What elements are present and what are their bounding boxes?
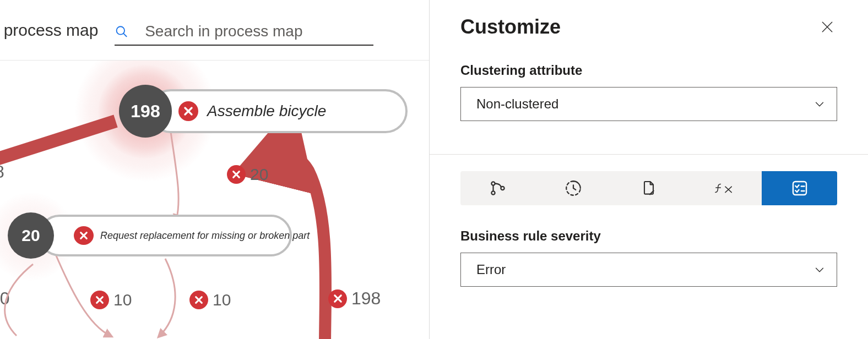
process-map-canvas[interactable]: Assemble bicycle 198 Request replacement… bbox=[0, 61, 429, 339]
edge-error-marker: 20 bbox=[227, 165, 268, 184]
process-node-label: Assemble bicycle bbox=[207, 102, 326, 120]
edge-error-marker: 10 bbox=[90, 291, 132, 309]
process-map-pane: t process map bbox=[0, 0, 430, 339]
severity-label: Business rule severity bbox=[460, 228, 837, 244]
clock-dashed-icon bbox=[564, 179, 583, 198]
clustering-select[interactable]: Non-clustered bbox=[460, 87, 837, 121]
tab-clock[interactable] bbox=[536, 171, 611, 205]
process-node-count: 198 bbox=[119, 85, 172, 138]
svg-point-17 bbox=[492, 191, 495, 194]
severity-select[interactable]: Error bbox=[460, 253, 837, 287]
panel-title: Customize bbox=[460, 15, 561, 39]
clustering-label: Clustering attribute bbox=[460, 63, 837, 78]
close-button[interactable] bbox=[817, 17, 837, 37]
svg-point-16 bbox=[492, 182, 495, 185]
error-icon bbox=[227, 165, 246, 184]
chevron-down-icon bbox=[813, 264, 826, 276]
search-icon bbox=[115, 24, 128, 39]
tab-fx[interactable] bbox=[686, 171, 762, 205]
process-node-count: 20 bbox=[8, 212, 54, 259]
edge-error-marker: 10 bbox=[189, 291, 231, 309]
edge-count: 8 bbox=[0, 162, 4, 182]
edge-count: 10 bbox=[113, 291, 132, 309]
svg-line-1 bbox=[124, 34, 127, 36]
panel-divider bbox=[430, 154, 868, 155]
svg-rect-22 bbox=[793, 182, 806, 195]
error-icon bbox=[178, 101, 198, 121]
clustering-value: Non-clustered bbox=[476, 96, 558, 112]
process-node-label: Request replacement for missing or broke… bbox=[100, 230, 310, 242]
checklist-icon bbox=[790, 179, 809, 198]
search-input[interactable] bbox=[145, 23, 373, 40]
search-field[interactable] bbox=[115, 18, 373, 46]
error-icon bbox=[90, 291, 109, 309]
customize-panel: Customize Clustering attribute Non-clust… bbox=[430, 0, 868, 339]
edge-count: 50 bbox=[0, 288, 10, 309]
edge-count: 10 bbox=[213, 291, 231, 309]
process-map-toolbar: t process map bbox=[0, 0, 429, 61]
page-title: t process map bbox=[0, 21, 115, 40]
edge-count: 20 bbox=[250, 165, 268, 184]
edge-count: 198 bbox=[351, 288, 381, 309]
tab-checklist[interactable] bbox=[762, 171, 837, 205]
error-icon bbox=[189, 291, 208, 309]
error-icon bbox=[74, 226, 94, 245]
error-icon bbox=[328, 289, 347, 308]
close-icon bbox=[820, 20, 834, 34]
document-edit-icon bbox=[640, 179, 658, 197]
fx-icon bbox=[714, 179, 735, 198]
process-node-replacement[interactable]: Request replacement for missing or broke… bbox=[39, 215, 292, 256]
chevron-down-icon bbox=[813, 98, 826, 110]
tab-document[interactable] bbox=[611, 171, 687, 205]
process-node-assemble[interactable]: Assemble bicycle bbox=[149, 89, 408, 133]
metric-tabs bbox=[460, 171, 837, 205]
edge-error-marker: 198 bbox=[328, 288, 381, 309]
tab-branch[interactable] bbox=[460, 171, 536, 205]
branch-icon bbox=[489, 179, 507, 198]
severity-value: Error bbox=[476, 262, 506, 277]
